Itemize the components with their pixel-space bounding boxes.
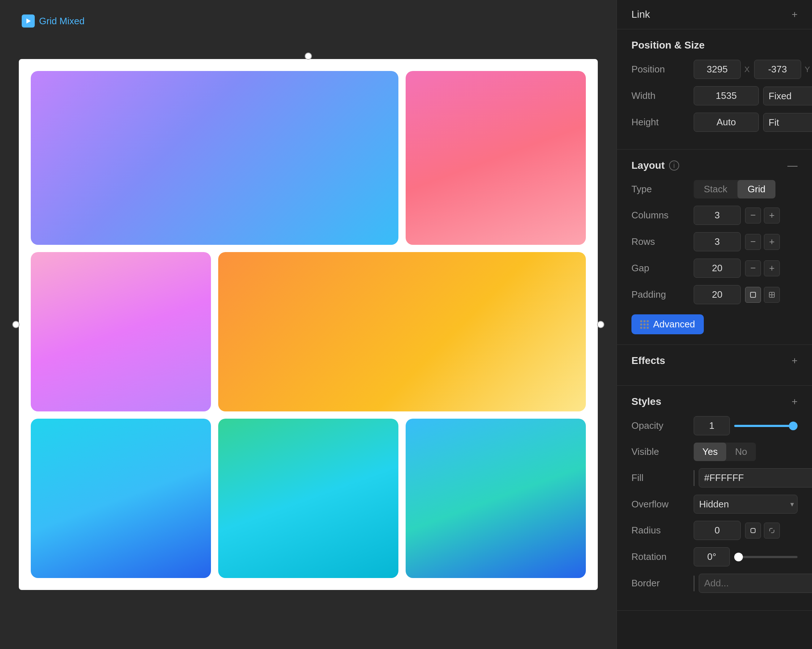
width-label: Width	[632, 90, 689, 101]
opacity-slider[interactable]	[734, 425, 798, 427]
rows-decrement-button[interactable]: −	[745, 234, 761, 250]
opacity-row: Opacity	[632, 416, 798, 435]
handle-right[interactable]	[597, 321, 604, 328]
padding-label: Padding	[632, 289, 689, 300]
radius-uniform-button[interactable]	[745, 523, 761, 539]
advanced-button[interactable]: Advanced	[632, 314, 704, 334]
play-icon	[22, 14, 35, 28]
height-constraint-select[interactable]: Fit Fixed Fill	[763, 113, 812, 132]
styles-section: Styles + Opacity Visible Yes No Fill ✕	[617, 386, 812, 611]
styles-add-icon[interactable]: +	[792, 396, 798, 407]
columns-stepper: − +	[745, 208, 780, 223]
position-label: Position	[632, 64, 689, 75]
layout-title: Layout	[632, 160, 665, 171]
padding-input[interactable]	[694, 285, 741, 304]
advanced-dots-icon	[640, 320, 649, 329]
radius-input[interactable]	[694, 521, 741, 540]
handle-left[interactable]	[12, 321, 20, 328]
position-y-unit: Y	[805, 65, 810, 74]
effects-section: Effects +	[617, 345, 812, 386]
link-title: Link	[632, 9, 650, 20]
layout-info-icon[interactable]: i	[669, 161, 679, 171]
rotation-label: Rotation	[632, 551, 689, 562]
height-input[interactable]	[694, 113, 759, 132]
gap-increment-button[interactable]: +	[764, 260, 780, 276]
rows-row: Rows − +	[632, 232, 798, 251]
fill-row: Fill ✕	[632, 468, 798, 487]
width-constraint-select[interactable]: Fixed Fill Hug	[763, 87, 812, 106]
columns-label: Columns	[632, 210, 689, 221]
layout-collapse-icon[interactable]: —	[788, 160, 798, 171]
fill-color-swatch[interactable]	[694, 470, 694, 486]
canvas-area: Grid Mixed	[0, 0, 617, 649]
position-size-section: Position & Size Position X Y Width Fixed…	[617, 29, 812, 150]
width-row: Width Fixed Fill Hug ▾	[632, 86, 798, 106]
component-label: Grid Mixed	[22, 14, 85, 28]
position-row: Position X Y	[632, 60, 798, 79]
radius-individual-button[interactable]	[764, 523, 780, 539]
stack-type-button[interactable]: Stack	[694, 180, 737, 199]
type-label: Type	[632, 184, 689, 195]
columns-decrement-button[interactable]: −	[745, 208, 761, 223]
padding-uniform-button[interactable]	[745, 287, 761, 303]
handle-top[interactable]	[305, 52, 312, 60]
border-color-swatch[interactable]	[694, 576, 694, 591]
link-add-icon[interactable]: +	[792, 9, 798, 20]
svg-marker-0	[26, 18, 31, 23]
gap-decrement-button[interactable]: −	[745, 260, 761, 276]
grid-cell-5[interactable]	[31, 419, 211, 578]
component-name: Grid Mixed	[39, 15, 85, 27]
gap-input[interactable]	[694, 259, 741, 278]
position-y-input[interactable]	[754, 60, 801, 79]
grid-cell-6[interactable]	[218, 419, 398, 578]
rotation-input[interactable]	[694, 547, 730, 566]
layout-section: Layout i — Type Stack Grid Columns − + R…	[617, 150, 812, 345]
width-input[interactable]	[694, 86, 759, 106]
grid-cell-7[interactable]	[406, 419, 586, 578]
visible-toggle: Yes No	[694, 442, 756, 461]
rows-increment-button[interactable]: +	[764, 234, 780, 250]
border-row: Border	[632, 574, 798, 593]
radius-label: Radius	[632, 525, 689, 536]
position-x-unit: X	[744, 65, 750, 74]
grid-cell-1[interactable]	[31, 71, 398, 245]
visible-row: Visible Yes No	[632, 442, 798, 461]
padding-individual-button[interactable]	[764, 287, 780, 303]
advanced-label: Advanced	[653, 319, 695, 330]
svg-rect-1	[751, 292, 756, 297]
styles-title: Styles	[632, 396, 661, 407]
rows-input[interactable]	[694, 232, 741, 251]
border-add-input[interactable]	[699, 574, 812, 593]
height-label: Height	[632, 116, 689, 128]
grid-type-button[interactable]: Grid	[737, 180, 775, 199]
radius-row: Radius	[632, 521, 798, 540]
border-label: Border	[632, 578, 689, 589]
fill-hex-input[interactable]	[699, 468, 812, 487]
effects-title: Effects	[632, 355, 665, 366]
columns-row: Columns − +	[632, 206, 798, 225]
type-row: Type Stack Grid	[632, 180, 798, 199]
position-size-title: Position & Size	[632, 40, 705, 51]
padding-row: Padding	[632, 285, 798, 304]
visible-yes-button[interactable]: Yes	[694, 442, 726, 461]
grid-cell-3[interactable]	[31, 252, 211, 412]
rotation-slider[interactable]	[734, 556, 798, 558]
opacity-input[interactable]	[694, 416, 730, 435]
link-section: Link +	[617, 0, 812, 29]
svg-rect-5	[751, 528, 755, 533]
type-toggle: Stack Grid	[694, 180, 775, 199]
gap-label: Gap	[632, 263, 689, 274]
effects-add-icon[interactable]: +	[792, 355, 798, 366]
position-x-input[interactable]	[694, 60, 741, 79]
gap-stepper: − +	[745, 260, 780, 276]
columns-increment-button[interactable]: +	[764, 208, 780, 223]
height-row: Height Fit Fixed Fill ▾	[632, 113, 798, 132]
fill-label: Fill	[632, 472, 689, 484]
visible-no-button[interactable]: No	[726, 442, 756, 461]
overflow-label: Overflow	[632, 499, 689, 510]
gap-row: Gap − +	[632, 259, 798, 278]
grid-cell-4[interactable]	[218, 252, 586, 412]
overflow-select[interactable]: Hidden Visible Scroll	[694, 495, 798, 514]
grid-cell-2[interactable]	[406, 71, 586, 245]
columns-input[interactable]	[694, 206, 741, 225]
